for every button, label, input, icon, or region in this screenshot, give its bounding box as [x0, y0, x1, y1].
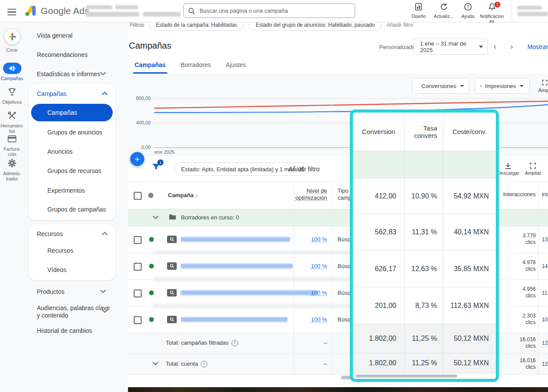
total-opt-cell: –	[288, 360, 327, 367]
select-all-checkbox[interactable]	[134, 192, 142, 200]
create-button[interactable]: Crear	[0, 29, 24, 53]
sidebar-item-ad-groups[interactable]: Grupos de anuncios	[47, 129, 102, 136]
x-axis-label: ene 2025	[154, 149, 174, 155]
drafts-row-label[interactable]: Borradores en curso: 0	[181, 214, 239, 221]
show-last-link[interactable]: Mostrar ú	[527, 43, 548, 50]
help-icon: ?	[464, 3, 472, 11]
sidebar-item-videos[interactable]: Vídeos	[47, 266, 67, 273]
notification-badge: 1	[494, 1, 501, 8]
expand-account-chevron-icon[interactable]	[153, 362, 159, 366]
megaphone-icon	[9, 65, 16, 71]
total-rate-cell: 12,	[542, 340, 548, 346]
chart-expand-button[interactable]	[541, 79, 548, 88]
rail-item-tools[interactable]: Herramien- tas	[0, 111, 24, 134]
sidebar-item-recommendations[interactable]: Recomendaciones	[37, 51, 88, 58]
tab-settings[interactable]: Ajustes	[226, 61, 246, 74]
redacted-campaign-name[interactable]	[181, 317, 288, 322]
sidebar-group-campaigns[interactable]: Campañas	[37, 90, 67, 97]
refresh-button[interactable]: Actualiz...	[431, 3, 456, 19]
search-campaign-badge-icon	[167, 289, 177, 297]
opt-score-link[interactable]: 100 %	[311, 236, 327, 243]
expand-drafts-chevron-icon[interactable]	[153, 215, 159, 219]
tab-campaigns[interactable]: Campañas	[135, 61, 166, 74]
page-title: Campañas	[129, 41, 171, 51]
redacted-campaign-name[interactable]	[181, 237, 290, 242]
sidebar-item-resources[interactable]: Recursos	[47, 247, 73, 254]
table-expand-button[interactable]	[529, 162, 537, 171]
redacted-user-info	[517, 12, 548, 16]
y-axis-tick: 400,00	[130, 120, 151, 125]
sidebar-item-products[interactable]: Productos	[37, 288, 64, 295]
sidebar-group-resources[interactable]: Recursos	[37, 230, 63, 237]
rail-item-campaigns[interactable]: Campañas	[0, 63, 24, 81]
row-checkbox[interactable]	[134, 316, 142, 324]
design-button[interactable]: Diseño	[406, 3, 431, 19]
global-search[interactable]	[183, 4, 355, 18]
rail-item-billing[interactable]: Factura- ción	[0, 135, 24, 157]
sidebar-item-overview[interactable]: Vista general	[37, 32, 72, 39]
row-checkbox[interactable]	[134, 236, 142, 244]
chevron-down-icon	[102, 309, 108, 313]
sidebar-item-experiments[interactable]: Experimentos	[47, 187, 85, 194]
overlay-drafts-row	[353, 151, 496, 178]
series-selector-conversions[interactable]: Conversiones	[412, 78, 469, 94]
column-header-interaction-rate[interactable]: int	[542, 191, 548, 198]
overlay-col-conv-rate: Tasa convers	[405, 113, 443, 151]
overlay-scroll-area	[353, 373, 496, 379]
add-filter-link[interactable]: Añadir filtro	[387, 22, 413, 28]
add-campaign-fab[interactable]: +	[130, 152, 144, 166]
total-interactions-cell: 16.016clics	[499, 336, 536, 350]
interaction-rate-cell: 10,	[542, 317, 548, 323]
row-checkbox[interactable]	[134, 263, 142, 271]
date-range-picker[interactable]: 1 ene – 31 mar de 2025	[413, 39, 488, 55]
notifications-button[interactable]: 1 Notificacion es	[479, 3, 505, 24]
table-add-filter-link[interactable]: Añadir filtro	[288, 166, 320, 173]
redacted-campaign-name[interactable]	[181, 264, 293, 268]
sort-desc-icon: ↓	[195, 192, 198, 198]
column-header-interactions[interactable]: Interacciones	[499, 191, 536, 198]
interactions-cell: 3.779clics	[499, 233, 536, 246]
series-selector-impressions[interactable]: Impresiones	[475, 78, 530, 94]
overlay-col-conversions: Conversion	[353, 113, 405, 151]
sidebar-item-ads[interactable]: Anuncios	[47, 148, 73, 155]
search-input[interactable]	[199, 7, 345, 14]
previous-period-button[interactable]: ‹	[494, 42, 496, 51]
redacted-account-name	[115, 5, 138, 9]
sidebar-item-asset-groups[interactable]: Grupos de recursos	[47, 167, 101, 174]
opt-score-link[interactable]: 100 %	[311, 263, 327, 269]
row-checkbox[interactable]	[134, 290, 142, 297]
sidebar-item-audiences[interactable]: Audiencias, palabras clave y contenido	[37, 304, 110, 319]
download-label: Descargar	[496, 170, 520, 176]
overlay-horizontal-scrollbar[interactable]	[356, 374, 457, 378]
help-icon: ?	[201, 361, 207, 367]
opt-score-link[interactable]: 100 %	[311, 316, 327, 323]
design-icon	[415, 3, 423, 11]
rail-item-admin[interactable]: Adminis- trador	[0, 159, 24, 181]
y-axis-tick: 800,00	[130, 95, 151, 101]
total-rate-cell: 12,	[542, 361, 548, 367]
sidebar-item-campaigns-selected[interactable]: Campañas	[31, 104, 113, 121]
search-icon	[188, 7, 195, 14]
help-button[interactable]: ? Ayuda	[455, 3, 480, 19]
sidebar-item-campaign-groups[interactable]: Grupos de campañas	[47, 206, 106, 213]
search-campaign-badge-icon	[167, 262, 177, 270]
search-campaign-badge-icon	[167, 316, 177, 323]
overlay-total-row: 1.802,00 11,25 % 50,12 MXN	[353, 324, 496, 353]
overlay-header-row: Conversion Tasa convers Coste/conv.	[353, 113, 496, 151]
column-header-opt-level[interactable]: Nivel de optimización	[288, 187, 327, 201]
main-menu-icon[interactable]	[7, 7, 16, 17]
chart-expand-label: Ampliar	[538, 88, 548, 93]
column-header-campaign[interactable]: Campaña ↓	[168, 192, 198, 198]
gear-icon	[7, 159, 17, 168]
interactions-cell: 4.978clics	[499, 259, 536, 272]
opt-score-link[interactable]: 100 %	[311, 290, 327, 296]
tab-drafts[interactable]: Borradores	[181, 61, 211, 74]
y-axis-tick: 0,00	[130, 145, 151, 150]
topbar-divider	[512, 4, 512, 18]
page-tabs: Campañas Borradores Ajustes	[135, 61, 246, 74]
sidebar-item-change-history[interactable]: Historial de cambios	[37, 327, 92, 334]
next-period-button[interactable]: ›	[510, 42, 513, 51]
status-filter-dot[interactable]	[148, 193, 153, 198]
rail-item-goals[interactable]: Objetivos	[0, 87, 24, 105]
sidebar-item-insights[interactable]: Estadísticas e informes	[37, 71, 100, 78]
